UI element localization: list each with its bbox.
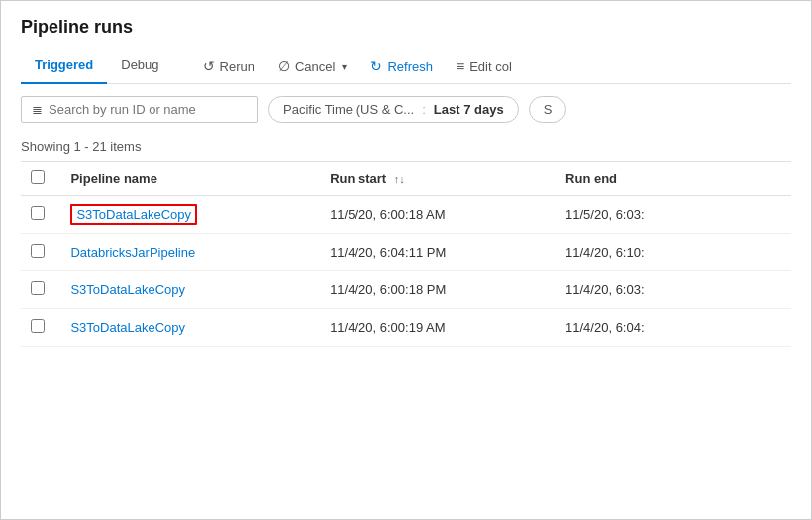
header: Pipeline runs Triggered Debug ↺ Rerun ∅ …	[1, 1, 811, 84]
table-header-row: Pipeline name Run start ↑↓ Run end	[21, 162, 791, 196]
table-row: S3ToDataLakeCopy11/5/20, 6:00:18 AM11/5/…	[21, 196, 791, 234]
pipeline-name-link[interactable]: S3ToDataLakeCopy	[70, 320, 185, 335]
cancel-dropdown-icon: ▾	[342, 61, 347, 72]
filters-row: ≣ Pacific Time (US & C... : Last 7 days …	[1, 84, 811, 135]
pipeline-name-cell: S3ToDataLakeCopy	[60, 196, 320, 234]
row-checkbox-cell	[21, 309, 60, 347]
row-checkbox[interactable]	[31, 319, 45, 333]
cancel-button[interactable]: ∅ Cancel ▾	[268, 52, 356, 80]
search-box[interactable]: ≣	[21, 96, 258, 123]
run-start-cell: 11/5/20, 6:00:18 AM	[320, 196, 556, 234]
col-run-end: Run end	[556, 162, 791, 196]
refresh-button[interactable]: ↻ Refresh	[360, 52, 443, 80]
pipeline-name-cell: S3ToDataLakeCopy	[60, 309, 320, 347]
toolbar: Triggered Debug ↺ Rerun ∅ Cancel ▾ ↻ Ref…	[21, 50, 791, 84]
pipeline-runs-table: Pipeline name Run start ↑↓ Run end S3ToD…	[21, 161, 791, 347]
pipeline-name-link[interactable]: S3ToDataLakeCopy	[70, 204, 197, 225]
page-title: Pipeline runs	[21, 17, 791, 38]
tab-triggered[interactable]: Triggered	[21, 50, 107, 84]
table-row: S3ToDataLakeCopy11/4/20, 6:00:19 AM11/4/…	[21, 309, 791, 347]
row-checkbox[interactable]	[31, 206, 45, 220]
refresh-icon: ↻	[370, 58, 382, 74]
filter-icon: ≣	[32, 102, 43, 117]
row-checkbox[interactable]	[31, 244, 45, 258]
run-start-cell: 11/4/20, 6:00:19 AM	[320, 309, 556, 347]
row-checkbox-cell	[21, 234, 60, 271]
pipeline-runs-table-container: Pipeline name Run start ↑↓ Run end S3ToD…	[1, 161, 811, 347]
edit-columns-button[interactable]: ≡ Edit col	[447, 52, 522, 80]
search-input[interactable]	[49, 102, 248, 117]
separator: :	[422, 102, 426, 117]
time-filter[interactable]: Pacific Time (US & C... : Last 7 days	[268, 96, 519, 123]
run-start-cell: 11/4/20, 6:00:18 PM	[320, 271, 556, 309]
pipeline-name-link[interactable]: S3ToDataLakeCopy	[70, 282, 185, 297]
pipeline-name-link[interactable]: DatabricksJarPipeline	[70, 245, 195, 260]
pipeline-name-cell: S3ToDataLakeCopy	[60, 271, 320, 309]
row-checkbox-cell	[21, 271, 60, 309]
row-checkbox-cell	[21, 196, 60, 234]
table-row: DatabricksJarPipeline11/4/20, 6:04:11 PM…	[21, 234, 791, 271]
sort-icon: ↑↓	[394, 173, 405, 185]
extra-filter-button[interactable]: S	[529, 96, 567, 123]
row-checkbox[interactable]	[31, 281, 45, 295]
table-row: S3ToDataLakeCopy11/4/20, 6:00:18 PM11/4/…	[21, 271, 791, 309]
col-pipeline-name: Pipeline name	[60, 162, 320, 196]
showing-count: Showing 1 - 21 items	[1, 135, 811, 161]
toolbar-actions: ↺ Rerun ∅ Cancel ▾ ↻ Refresh ≡ Edit col	[193, 52, 522, 80]
run-end-cell: 11/4/20, 6:10:	[556, 234, 791, 271]
rerun-icon: ↺	[203, 58, 215, 74]
run-end-cell: 11/4/20, 6:03:	[556, 271, 791, 309]
run-end-cell: 11/5/20, 6:03:	[556, 196, 791, 234]
cancel-icon: ∅	[278, 58, 290, 74]
pipeline-runs-window: Pipeline runs Triggered Debug ↺ Rerun ∅ …	[0, 0, 812, 520]
select-all-checkbox[interactable]	[31, 170, 45, 184]
table-body: S3ToDataLakeCopy11/5/20, 6:00:18 AM11/5/…	[21, 196, 791, 347]
col-run-start[interactable]: Run start ↑↓	[320, 162, 556, 196]
rerun-button[interactable]: ↺ Rerun	[193, 52, 264, 80]
pipeline-name-cell: DatabricksJarPipeline	[60, 234, 320, 271]
run-end-cell: 11/4/20, 6:04:	[556, 309, 791, 347]
tab-debug[interactable]: Debug	[107, 50, 172, 84]
columns-icon: ≡	[457, 58, 464, 74]
run-start-cell: 11/4/20, 6:04:11 PM	[320, 234, 556, 271]
select-all-header	[21, 162, 60, 196]
